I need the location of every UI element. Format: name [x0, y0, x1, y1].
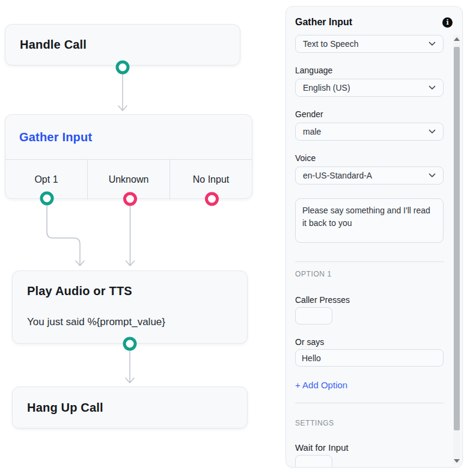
- properties-panel: Gather Input i Text to Speech Language E…: [285, 6, 463, 468]
- connector-opt1-to-play: [47, 205, 80, 265]
- gender-select[interactable]: male: [295, 123, 444, 141]
- node-title-row: Gather Input: [5, 115, 252, 159]
- info-icon[interactable]: i: [442, 17, 453, 28]
- node-gather-input[interactable]: Gather Input Opt 1 Unknown No Input: [5, 114, 252, 199]
- chevron-down-icon: [429, 173, 436, 178]
- gender-value: male: [303, 127, 321, 136]
- or-says-input[interactable]: [295, 349, 444, 367]
- prompt-text-textarea[interactable]: Please say something and I'll read it ba…: [295, 198, 444, 243]
- scrollbar-thumb[interactable]: [454, 47, 460, 430]
- arrowhead-icon: [76, 261, 84, 266]
- or-says-label: Or says: [295, 337, 444, 347]
- port-handle-call-out[interactable]: [117, 62, 128, 73]
- panel-title: Gather Input: [295, 17, 352, 28]
- arrowhead-icon: [118, 106, 127, 111]
- caller-presses-input[interactable]: [295, 307, 332, 325]
- chevron-down-icon: [429, 41, 436, 46]
- wait-for-input-input[interactable]: [295, 455, 332, 468]
- voice-value: en-US-Standard-A: [303, 171, 372, 180]
- panel-header: Gather Input i: [286, 7, 462, 28]
- scroll-up-arrow-icon[interactable]: [454, 37, 460, 41]
- arrowhead-icon: [126, 261, 135, 266]
- node-title: Play Audio or TTS: [27, 284, 233, 298]
- port-opt-1[interactable]: [41, 193, 52, 204]
- port-unknown[interactable]: [125, 194, 136, 204]
- wait-for-input-label: Wait for Input: [295, 442, 444, 453]
- chevron-down-icon: [429, 129, 436, 134]
- gender-label: Gender: [295, 109, 444, 119]
- voice-select[interactable]: en-US-Standard-A: [295, 166, 444, 185]
- option-1-section-label: OPTION 1: [295, 270, 444, 278]
- node-title: Handle Call: [20, 38, 87, 52]
- node-play-audio-tts[interactable]: Play Audio or TTS You just said %{prompt…: [12, 270, 248, 344]
- panel-scrollbar[interactable]: [453, 35, 460, 465]
- node-title: Hang Up Call: [27, 401, 103, 415]
- node-handle-call[interactable]: Handle Call: [5, 24, 240, 66]
- prompt-type-value: Text to Speech: [303, 39, 359, 49]
- node-hang-up-call[interactable]: Hang Up Call: [12, 386, 248, 429]
- node-body-text: You just said %{prompt_value}: [27, 316, 233, 328]
- section-divider: [295, 403, 444, 403]
- port-play-audio-out[interactable]: [124, 338, 135, 349]
- add-option-link[interactable]: + Add Option: [295, 380, 444, 390]
- chevron-down-icon: [429, 85, 436, 90]
- flow-canvas: Handle Call Gather Input Opt 1 Unknown N…: [0, 0, 282, 476]
- call-flow-builder: Handle Call Gather Input Opt 1 Unknown N…: [0, 0, 470, 476]
- caller-presses-label: Caller Presses: [295, 295, 444, 305]
- scroll-down-arrow-icon[interactable]: [454, 459, 460, 463]
- section-divider: [295, 261, 444, 262]
- language-value: English (US): [303, 83, 350, 93]
- node-title: Gather Input: [19, 130, 92, 144]
- port-no-input[interactable]: [207, 194, 218, 204]
- settings-section-label: SETTINGS: [295, 419, 444, 427]
- arrowhead-icon: [126, 378, 134, 383]
- language-label: Language: [295, 66, 444, 75]
- language-select[interactable]: English (US): [295, 79, 444, 97]
- prompt-type-select[interactable]: Text to Speech: [295, 35, 444, 53]
- voice-label: Voice: [295, 153, 444, 163]
- panel-body: Text to Speech Language English (US) Gen…: [286, 28, 462, 468]
